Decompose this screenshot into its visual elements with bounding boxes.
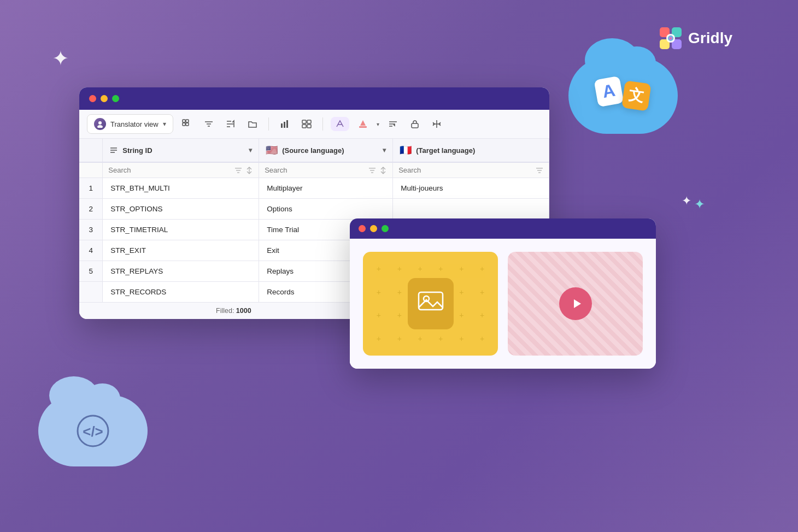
svg-rect-27 <box>359 126 367 128</box>
table-row: 2 STR_OPTIONS Options <box>79 199 549 220</box>
row-num-6 <box>79 282 103 303</box>
svg-rect-25 <box>302 125 306 128</box>
col-header-string-id-label: String ID <box>122 146 152 155</box>
sparkle-star-1: ✦ <box>52 46 69 70</box>
translator-avatar-icon <box>94 118 106 130</box>
cell-target-2[interactable] <box>393 199 549 220</box>
cell-string-id-2[interactable]: STR_OPTIONS <box>103 199 259 220</box>
cell-string-id-4[interactable]: STR_EXIT <box>103 240 259 261</box>
toolbar-sort-button[interactable] <box>222 117 239 131</box>
svg-rect-20 <box>281 123 283 128</box>
cell-source-1[interactable]: Multiplayer <box>259 178 393 199</box>
media-titlebar-dot-red[interactable] <box>359 225 366 232</box>
toolbar-folder-button[interactable] <box>244 117 261 131</box>
toolbar-grid-button[interactable] <box>179 117 195 131</box>
media-titlebar-dot-yellow[interactable] <box>370 225 377 232</box>
row-number-col-header <box>79 139 103 162</box>
window-titlebar <box>79 87 549 110</box>
cell-string-id-3[interactable]: STR_TIMETRIAL <box>103 220 259 240</box>
search-row <box>79 162 549 178</box>
translate-cloud-decoration: A 文 <box>563 46 683 134</box>
search-cell-source-lang[interactable] <box>259 162 393 178</box>
sort-icon-string-id[interactable] <box>245 167 253 174</box>
footer-cell: Filled: 1000 <box>79 303 259 320</box>
col-header-string-id-chevron[interactable]: ▾ <box>249 146 252 154</box>
translator-view-chevron: ▾ <box>163 120 166 128</box>
cell-source-2[interactable]: Options <box>259 199 393 220</box>
translator-view-button[interactable]: Translator view ▾ <box>87 114 173 134</box>
cell-string-id-1[interactable]: STR_BTH_MULTI <box>103 178 259 199</box>
row-num-3: 3 <box>79 220 103 240</box>
window-toolbar: Translator view ▾ ▾ <box>79 110 549 139</box>
video-media-card[interactable] <box>508 252 643 356</box>
svg-rect-12 <box>183 123 185 126</box>
svg-rect-26 <box>307 125 311 128</box>
svg-rect-11 <box>186 120 189 122</box>
col-header-source-lang[interactable]: 🇺🇸 (Source language) ▾ <box>259 139 393 162</box>
toolbar-fill-button[interactable] <box>355 117 371 131</box>
search-input-source-lang[interactable] <box>265 166 365 174</box>
footer-label: Filled: <box>216 307 234 315</box>
row-num-1: 1 <box>79 178 103 199</box>
search-cell-target-lang[interactable] <box>393 162 549 178</box>
search-input-target-lang[interactable] <box>398 166 532 174</box>
svg-rect-10 <box>183 120 185 122</box>
col-header-target-lang-label: (Target language) <box>416 146 475 155</box>
filter-icon-target[interactable] <box>536 167 543 174</box>
video-play-button[interactable] <box>559 287 592 320</box>
svg-rect-13 <box>186 123 189 126</box>
svg-rect-24 <box>307 120 311 123</box>
row-num-5: 5 <box>79 261 103 282</box>
titlebar-dot-red[interactable] <box>89 95 96 102</box>
toolbar-chart-button[interactable] <box>277 117 293 131</box>
cell-string-id-6[interactable]: STR_RECORDS <box>103 282 259 303</box>
sparkle-star-2: ✦ <box>682 194 691 208</box>
filter-icon-source[interactable] <box>368 167 376 174</box>
logo-text: Gridly <box>688 29 732 47</box>
titlebar-dot-yellow[interactable] <box>101 95 108 102</box>
svg-point-8 <box>98 121 102 125</box>
media-titlebar-dot-green[interactable] <box>382 225 389 232</box>
svg-rect-46 <box>419 292 443 310</box>
toolbar-fill-chevron[interactable]: ▾ <box>377 121 379 127</box>
search-input-string-id[interactable] <box>108 166 231 174</box>
svg-text:</>: </> <box>83 423 103 440</box>
filter-icon-string-id[interactable] <box>234 167 242 174</box>
translator-view-label: Translator view <box>110 120 159 128</box>
cell-string-id-5[interactable]: STR_REPLAYS <box>103 261 259 282</box>
col-header-source-lang-chevron[interactable]: ▾ <box>383 146 386 154</box>
toolbar-colwidth-button[interactable] <box>429 117 445 131</box>
toolbar-wrap-button[interactable] <box>385 117 401 131</box>
image-placeholder-icon <box>408 278 454 329</box>
svg-marker-48 <box>574 299 581 308</box>
toolbar-divider-1 <box>268 117 269 131</box>
media-content-area: ++++++ ++++++ ++++++ ++++++ <box>350 239 656 369</box>
translate-zh-icon: 文 <box>621 80 651 111</box>
sort-icon-source[interactable] <box>379 167 387 174</box>
toolbar-divider-2 <box>322 117 323 131</box>
row-num-2: 2 <box>79 199 103 220</box>
col-header-source-lang-label: (Source language) <box>282 146 344 155</box>
svg-point-5 <box>668 36 673 41</box>
cell-target-1[interactable]: Multi-joueurs <box>393 178 549 199</box>
translate-a-icon: A <box>594 76 624 107</box>
titlebar-dot-green[interactable] <box>112 95 119 102</box>
col-header-target-lang[interactable]: 🇫🇷 (Target language) <box>393 139 549 162</box>
col-header-string-id[interactable]: String ID ▾ <box>103 139 259 162</box>
svg-rect-22 <box>286 120 288 128</box>
row-num-search-cell <box>79 162 103 178</box>
row-num-4: 4 <box>79 240 103 261</box>
toolbar-paint-button[interactable] <box>331 117 349 131</box>
code-icon: </> <box>77 415 109 454</box>
search-cell-string-id[interactable] <box>103 162 259 178</box>
sparkle-decoration-1: ✦ <box>694 197 705 212</box>
media-window-titlebar <box>350 218 656 239</box>
toolbar-group-button[interactable] <box>298 117 315 131</box>
target-lang-flag: 🇫🇷 <box>400 144 412 156</box>
toolbar-lock-button[interactable] <box>407 117 423 131</box>
image-media-card[interactable]: ++++++ ++++++ ++++++ ++++++ <box>363 252 498 356</box>
svg-rect-29 <box>412 123 418 128</box>
svg-point-9 <box>97 125 103 128</box>
source-lang-flag: 🇺🇸 <box>266 144 278 156</box>
toolbar-filter-button[interactable] <box>201 117 217 131</box>
